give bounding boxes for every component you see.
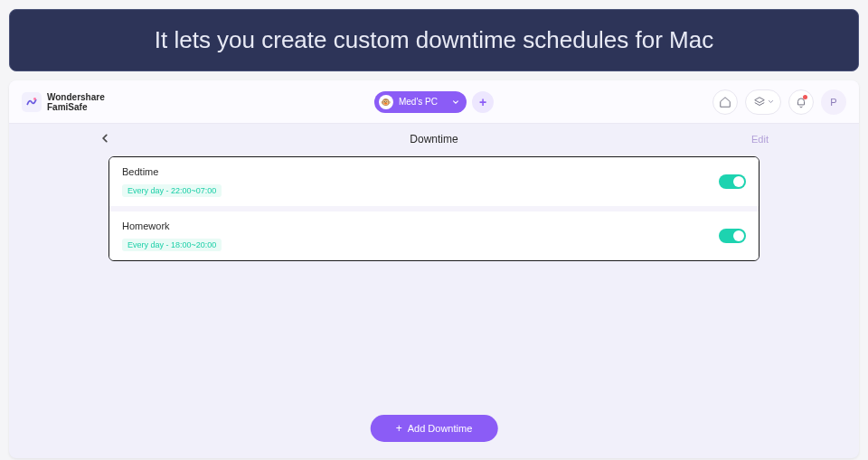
topbar-right: P xyxy=(712,89,846,115)
edit-button[interactable]: Edit xyxy=(751,134,769,145)
back-button[interactable] xyxy=(99,131,110,147)
plus-icon: + xyxy=(479,95,486,109)
schedule-recurrence: Every day - 22:00~07:00 xyxy=(122,184,222,197)
schedule-name: Homework xyxy=(122,221,222,231)
brand-text: Wondershare FamiSafe xyxy=(47,92,105,112)
page-header: Downtime Edit xyxy=(9,124,859,155)
device-avatar-icon: 🐵 xyxy=(379,95,393,109)
app-window: Wondershare FamiSafe 🐵 Med's PC + xyxy=(9,80,859,458)
add-downtime-label: Add Downtime xyxy=(408,423,473,434)
brand-line2: FamiSafe xyxy=(47,102,105,112)
add-downtime-button[interactable]: + Add Downtime xyxy=(371,415,498,442)
schedule-info: Bedtime Every day - 22:00~07:00 xyxy=(122,166,222,197)
device-selector: 🐵 Med's PC + xyxy=(374,91,494,113)
brand-line1: Wondershare xyxy=(47,92,105,102)
svg-point-0 xyxy=(33,98,36,100)
plus-icon: + xyxy=(396,423,402,434)
layers-icon xyxy=(753,96,766,108)
brand-logo-icon xyxy=(22,92,42,112)
schedule-info: Homework Every day - 18:00~20:00 xyxy=(122,221,222,251)
home-icon xyxy=(719,96,731,108)
page-title: Downtime xyxy=(99,133,769,146)
device-name: Med's PC xyxy=(399,97,438,107)
topbar: Wondershare FamiSafe 🐵 Med's PC + xyxy=(9,80,859,124)
chevron-left-icon xyxy=(99,133,110,144)
add-device-button[interactable]: + xyxy=(472,91,494,113)
profile-button[interactable]: P xyxy=(821,89,846,115)
chevron-down-icon xyxy=(768,99,774,105)
device-pill[interactable]: 🐵 Med's PC xyxy=(374,91,467,113)
promo-banner: It lets you create custom downtime sched… xyxy=(9,9,859,71)
schedule-toggle[interactable] xyxy=(719,174,746,189)
layers-button[interactable] xyxy=(745,89,781,115)
brand: Wondershare FamiSafe xyxy=(22,92,105,112)
schedule-item[interactable]: Homework Every day - 18:00~20:00 xyxy=(109,206,759,260)
notifications-button[interactable] xyxy=(788,89,814,115)
home-button[interactable] xyxy=(712,89,738,115)
schedule-recurrence: Every day - 18:00~20:00 xyxy=(122,239,222,251)
schedule-item[interactable]: Bedtime Every day - 22:00~07:00 xyxy=(109,157,759,206)
schedule-panel: Bedtime Every day - 22:00~07:00 Homework… xyxy=(108,156,760,261)
notification-dot-icon xyxy=(803,95,807,99)
schedule-toggle[interactable] xyxy=(719,229,746,243)
schedule-name: Bedtime xyxy=(122,166,222,177)
chevron-down-icon xyxy=(452,99,459,106)
